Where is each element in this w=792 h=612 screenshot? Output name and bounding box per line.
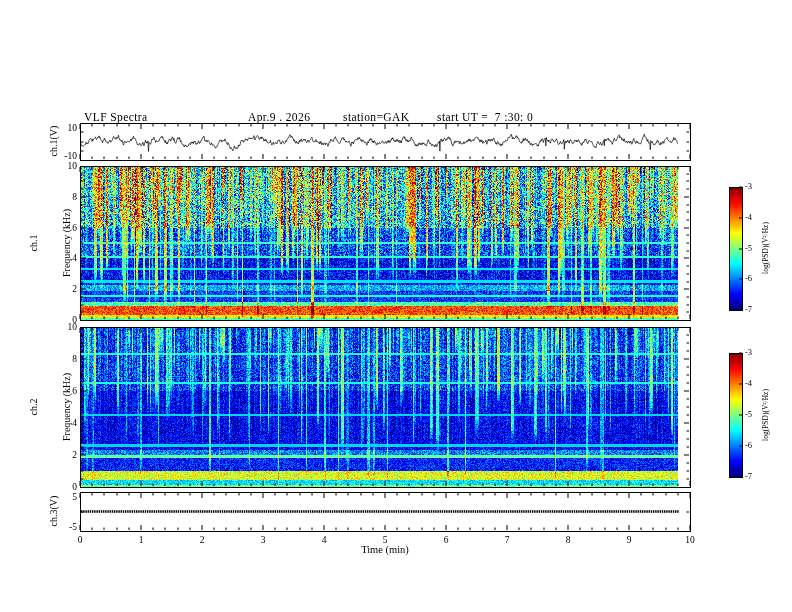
x-tick-label: 8 xyxy=(566,535,571,545)
colorbar1-label: log(PSD)(V²/Hz) xyxy=(762,222,770,274)
figure-station: station=GAK xyxy=(343,111,409,124)
ylabel-ch2-frequency: ch.2 Frequency (kHz) xyxy=(6,373,94,441)
y-tick-label: 5 xyxy=(72,492,77,502)
ylabel-ch1-frequency-line1: ch.1 xyxy=(28,209,39,277)
xaxis-label: Time (min) xyxy=(361,544,409,556)
colorbar-tick-label: -7 xyxy=(745,305,752,314)
figure-title: VLF Spectra xyxy=(84,111,147,124)
figure-start-ut: start UT = 7 :30: 0 xyxy=(437,111,533,124)
y-tick-label: 2 xyxy=(72,450,77,460)
x-tick-label: 6 xyxy=(444,535,449,545)
ylabel-ch2-frequency-line2: Frequency (kHz) xyxy=(61,373,72,441)
y-tick-label: 4 xyxy=(72,418,77,428)
ylabel-ch1-frequency: ch.1 Frequency (kHz) xyxy=(6,209,94,277)
x-tick-label: 3 xyxy=(261,535,266,545)
y-tick-label: 8 xyxy=(72,192,77,202)
ylabel-ch2-frequency-line1: ch.2 xyxy=(28,373,39,441)
y-tick-label: -5 xyxy=(69,522,77,532)
colorbar-tick-label: -6 xyxy=(745,275,752,284)
figure-date: Apr.9 . 2026 xyxy=(248,111,310,124)
colorbar-tick-label: -3 xyxy=(745,348,752,357)
colorbar-tick-label: -5 xyxy=(745,244,752,253)
ylabel-ch1-voltage: ch.1(V) xyxy=(48,126,59,157)
colorbar-tick-label: -4 xyxy=(745,213,752,222)
x-tick-label: 10 xyxy=(685,535,695,545)
colorbar-tick-label: -7 xyxy=(745,472,752,481)
y-tick-label: 4 xyxy=(72,253,77,263)
y-tick-label: 6 xyxy=(72,386,77,396)
y-tick-label: 8 xyxy=(72,354,77,364)
y-tick-label: 10 xyxy=(68,123,78,133)
ylabel-ch1-frequency-line2: Frequency (kHz) xyxy=(61,209,72,277)
vlf-spectra-figure: VLF Spectra Apr.9 . 2026 station=GAK sta… xyxy=(0,0,792,612)
ylabel-ch3-voltage: ch.3(V) xyxy=(48,496,59,527)
colorbar-tick-label: -4 xyxy=(745,379,752,388)
y-tick-label: 2 xyxy=(72,284,77,294)
colorbar-tick-label: -5 xyxy=(745,410,752,419)
x-tick-label: 5 xyxy=(383,535,388,545)
colorbar2-label: log(PSD)(V²/Hz) xyxy=(762,389,770,441)
y-tick-label: 10 xyxy=(68,161,78,171)
x-tick-label: 1 xyxy=(139,535,144,545)
y-tick-label: 0 xyxy=(72,482,77,492)
y-tick-label: 10 xyxy=(68,322,78,332)
x-tick-label: 7 xyxy=(505,535,510,545)
colorbar-tick-label: -3 xyxy=(745,182,752,191)
x-tick-label: 2 xyxy=(200,535,205,545)
plot-canvas xyxy=(0,0,792,612)
x-tick-label: 9 xyxy=(627,535,632,545)
y-tick-label: 6 xyxy=(72,222,77,232)
x-tick-label: 4 xyxy=(322,535,327,545)
x-tick-label: 0 xyxy=(78,535,83,545)
colorbar-tick-label: -6 xyxy=(745,441,752,450)
y-tick-label: -10 xyxy=(64,151,77,161)
